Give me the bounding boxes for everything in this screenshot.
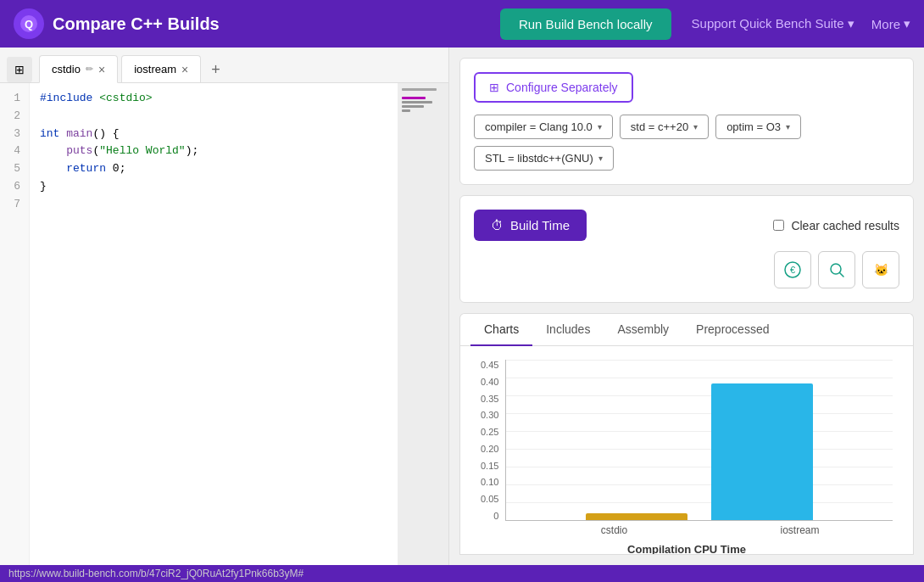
tab-includes[interactable]: Includes xyxy=(532,314,604,346)
code-line: } xyxy=(40,178,387,196)
chart-x-labels: cstdio iostream xyxy=(481,521,893,540)
code-line: int main() { xyxy=(40,126,387,143)
code-content[interactable]: #include <cstdio> int main() { puts("Hel… xyxy=(30,83,398,565)
timer-icon: ⏱ xyxy=(491,218,504,232)
configure-separately-button[interactable]: ⊞ Configure Separately xyxy=(474,72,633,103)
configure-icon: ⊞ xyxy=(489,81,499,94)
close-icon[interactable]: × xyxy=(98,64,105,76)
line-numbers: 1 2 3 4 5 6 7 xyxy=(0,83,30,565)
status-bar: https://www.build-bench.com/b/47ciR2_jQ0… xyxy=(0,565,924,582)
svg-text:Q: Q xyxy=(25,18,33,31)
chart-area: 0.45 0.40 0.35 0.30 0.25 0.20 0.15 0.10 … xyxy=(459,346,914,555)
pencil-icon: ✏ xyxy=(86,64,93,75)
code-editor[interactable]: 1 2 3 4 5 6 7 #include <cstdio> int main… xyxy=(0,83,448,565)
code-line: return 0; xyxy=(40,160,387,178)
header: Q Compare C++ Builds Run Build Bench loc… xyxy=(0,0,924,48)
app-title: Compare C++ Builds xyxy=(53,14,220,34)
x-label-cstdio: cstdio xyxy=(564,524,665,536)
tab-charts[interactable]: Charts xyxy=(470,314,532,346)
bar-iostream-rect xyxy=(711,383,813,520)
layout-toggle-icon[interactable]: ⊞ xyxy=(7,57,32,82)
grid-line xyxy=(506,378,893,378)
result-tabs-bar: Charts Includes Assembly Preprocessed xyxy=(460,314,913,346)
build-section: ⏱ Build Time Clear cached results € xyxy=(459,195,914,303)
app-logo: Q Compare C++ Builds xyxy=(14,8,220,39)
chevron-down-icon: ▾ xyxy=(693,122,698,132)
tab-cstdio[interactable]: cstdio ✏ × xyxy=(39,55,118,83)
x-label-iostream: iostream xyxy=(749,524,851,536)
compiler-select[interactable]: compiler = Clang 10.0 ▾ xyxy=(474,115,613,139)
logo-icon: Q xyxy=(14,8,44,39)
tab-iostream[interactable]: iostream × xyxy=(121,55,201,82)
svg-line-5 xyxy=(840,273,844,277)
tab-label: cstdio xyxy=(52,63,81,76)
editor-panel: ⊞ cstdio ✏ × iostream × + 1 2 3 4 5 6 xyxy=(0,48,449,565)
tab-label: iostream xyxy=(134,63,176,76)
chevron-down-icon: ▾ xyxy=(904,16,910,31)
minimap xyxy=(398,83,448,565)
grid-line xyxy=(506,360,893,361)
bar-cstdio-rect xyxy=(586,513,687,520)
right-panel: ⊞ Configure Separately compiler = Clang … xyxy=(449,48,924,565)
action-icons: € 🐱 xyxy=(474,251,899,288)
chart-container: 0.45 0.40 0.35 0.30 0.25 0.20 0.15 0.10 … xyxy=(481,360,893,521)
run-build-button[interactable]: Run Build Bench locally xyxy=(500,8,671,40)
build-time-button[interactable]: ⏱ Build Time xyxy=(474,210,587,241)
y-axis-labels: 0.45 0.40 0.35 0.30 0.25 0.20 0.15 0.10 … xyxy=(481,360,505,521)
code-line: puts("Hello World"); xyxy=(40,143,387,160)
clear-cache-checkbox[interactable] xyxy=(773,220,784,231)
editor-tabs-bar: ⊞ cstdio ✏ × iostream × + xyxy=(0,48,448,83)
code-line xyxy=(40,196,387,214)
clear-cache-label[interactable]: Clear cached results xyxy=(773,219,899,232)
status-url: https://www.build-bench.com/b/47ciR2_jQ0… xyxy=(8,568,303,579)
svg-text:€: € xyxy=(790,265,795,275)
share-button[interactable]: € xyxy=(774,251,811,288)
tab-preprocessed[interactable]: Preprocessed xyxy=(682,314,782,346)
chart-grid xyxy=(505,360,893,521)
tab-assembly[interactable]: Assembly xyxy=(604,314,682,346)
support-link[interactable]: Support Quick Bench Suite ▾ xyxy=(692,16,854,31)
add-tab-button[interactable]: + xyxy=(204,58,227,82)
header-nav: Support Quick Bench Suite ▾ More ▾ xyxy=(692,16,910,31)
code-line xyxy=(40,108,387,126)
bars-container xyxy=(506,383,893,520)
chart-caption: Compilation CPU Time xyxy=(481,543,893,555)
result-tabs: Charts Includes Assembly Preprocessed xyxy=(459,313,914,346)
optim-select[interactable]: optim = O3 ▾ xyxy=(715,115,801,139)
code-line: #include <cstdio> xyxy=(40,90,387,108)
std-select[interactable]: std = c++20 ▾ xyxy=(620,115,709,139)
compiler-options: compiler = Clang 10.0 ▾ std = c++20 ▾ op… xyxy=(474,115,899,171)
bar-iostream xyxy=(711,383,813,520)
stl-select[interactable]: STL = libstdc++(GNU) ▾ xyxy=(474,146,614,171)
build-row: ⏱ Build Time Clear cached results xyxy=(474,210,899,241)
main-content: ⊞ cstdio ✏ × iostream × + 1 2 3 4 5 6 xyxy=(0,48,924,565)
bar-cstdio xyxy=(586,513,687,520)
more-menu-button[interactable]: More ▾ xyxy=(871,16,910,31)
chevron-down-icon: ▾ xyxy=(786,122,790,132)
close-icon[interactable]: × xyxy=(181,64,188,76)
cat-button[interactable]: 🐱 xyxy=(862,251,899,288)
search-button[interactable] xyxy=(818,251,855,288)
chevron-down-icon: ▾ xyxy=(598,122,602,132)
svg-text:🐱: 🐱 xyxy=(874,263,889,277)
chevron-down-icon: ▾ xyxy=(598,154,603,163)
config-card: ⊞ Configure Separately compiler = Clang … xyxy=(459,58,914,185)
